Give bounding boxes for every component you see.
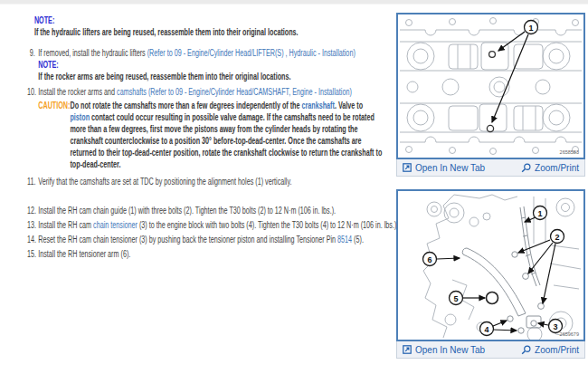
procedure-steps: NOTE: If the hydraulic lifters are being… bbox=[27, 5, 398, 260]
figure-code: 2659679 bbox=[560, 331, 579, 337]
step-number: 12. bbox=[27, 205, 35, 216]
step-text: (5). bbox=[352, 235, 364, 245]
step-text: Reset the RH cam chain tensioner (3) by … bbox=[38, 235, 337, 245]
figure-column: 1 2658583 Open In New Tab Zoom/Print bbox=[396, 13, 585, 371]
callout-4: 4 bbox=[480, 322, 494, 336]
callout-6: 6 bbox=[423, 253, 437, 266]
note-label: NOTE: bbox=[34, 14, 398, 26]
open-in-new-tab-icon bbox=[403, 163, 412, 172]
alignment-holes bbox=[487, 52, 495, 132]
camshaft-refer-link[interactable]: camshafts (Refer to 09 - Engine/Cylinder… bbox=[117, 87, 352, 97]
svg-text:4: 4 bbox=[484, 325, 488, 334]
figure-toolbar: Open In New Tab Zoom/Print bbox=[396, 159, 585, 177]
note-label: NOTE: bbox=[38, 59, 398, 71]
callout-5: 5 bbox=[450, 292, 463, 305]
open-in-new-tab-icon bbox=[403, 345, 412, 354]
open-in-new-tab-link[interactable]: Open In New Tab bbox=[403, 345, 485, 355]
note-text: If the rocker arms are being reused, rea… bbox=[38, 72, 290, 82]
open-in-new-tab-label: Open In New Tab bbox=[415, 345, 485, 355]
caution-block: CAUTION: Do not rotate the camshafts mor… bbox=[38, 100, 398, 170]
step-text: Install the RH cam chain guide (1) with … bbox=[38, 205, 398, 216]
svg-text:2: 2 bbox=[555, 233, 559, 242]
svg-text:5: 5 bbox=[453, 294, 458, 303]
figure-toolbar: Open In New Tab Zoom/Print bbox=[396, 341, 585, 359]
caution-label: CAUTION: bbox=[38, 100, 70, 170]
figure-panel-timing-chain: 1 2 3 4 5 bbox=[396, 189, 585, 359]
step-text: Verify that the camshafts are set at TDC… bbox=[38, 176, 398, 187]
step-text: Install the RH tensioner arm (6). bbox=[38, 248, 398, 260]
note-text: If the hydraulic lifters are being reuse… bbox=[34, 27, 299, 37]
callout-2: 2 bbox=[551, 230, 564, 244]
callout-3-arrow bbox=[538, 323, 548, 325]
svg-text:1: 1 bbox=[537, 209, 542, 218]
timing-chain-diagram: 1 2 3 4 5 bbox=[396, 189, 585, 341]
zoom-print-link[interactable]: Zoom/Print bbox=[521, 345, 579, 355]
caution-segment: Do not rotate the camshafts more than a … bbox=[70, 101, 301, 110]
step-text: (3) to the engine block with two bolts (… bbox=[138, 220, 398, 230]
crankshaft-link[interactable]: crankshaft bbox=[301, 101, 334, 110]
zoom-print-link[interactable]: Zoom/Print bbox=[521, 163, 579, 173]
step-11: 11. Verify that the camshafts are set at… bbox=[27, 176, 398, 187]
step-13: 13. Install the RH cam chain tensioner (… bbox=[27, 219, 398, 231]
zoom-print-label: Zoom/Print bbox=[535, 163, 579, 173]
step-number: 9. bbox=[27, 47, 35, 82]
figure-code: 2658583 bbox=[560, 149, 579, 155]
tensioner-pin-link[interactable]: 8514 bbox=[337, 235, 352, 245]
step-text: Install the RH cam bbox=[38, 220, 93, 230]
lifters-refer-link[interactable]: (Refer to 09 - Engine/Cylinder Head/LIFT… bbox=[147, 48, 356, 58]
figure-panel-camshaft-alignment: 1 2658583 Open In New Tab Zoom/Print bbox=[396, 13, 585, 177]
caution-text: Do not rotate the camshafts more than a … bbox=[70, 100, 384, 170]
magnifier-icon bbox=[521, 345, 531, 355]
step-text: Install the rocker arms and bbox=[38, 87, 117, 97]
callout-4-arrow-b bbox=[493, 330, 517, 331]
step-10: 10. Install the rocker arms and camshaft… bbox=[27, 86, 398, 172]
note-block: NOTE: If the rocker arms are being reuse… bbox=[38, 59, 398, 82]
magnifier-icon bbox=[521, 163, 531, 173]
callout-6-arrow bbox=[437, 258, 460, 259]
step-12: 12. Install the RH cam chain guide (1) w… bbox=[27, 205, 398, 216]
tensioner-pin-hole bbox=[487, 292, 498, 304]
step-number: 10. bbox=[27, 86, 35, 172]
caution-segment: . Valve to bbox=[335, 101, 363, 110]
step-9: 9. If removed, install the hydraulic lif… bbox=[27, 47, 398, 82]
zoom-print-label: Zoom/Print bbox=[535, 345, 579, 355]
camshaft-alignment-diagram: 1 2658583 bbox=[396, 13, 585, 159]
step-15: 15. Install the RH tensioner arm (6). bbox=[27, 248, 398, 260]
step-number: 15. bbox=[27, 248, 35, 260]
step-text: If removed, install the hydraulic lifter… bbox=[38, 48, 147, 58]
chain-tensioner-link[interactable]: chain tensioner bbox=[93, 220, 138, 230]
piston-link[interactable]: piston bbox=[70, 112, 90, 122]
open-in-new-tab-label: Open In New Tab bbox=[415, 163, 485, 173]
callout-4-arrow-a bbox=[493, 321, 507, 326]
timing-chain-svg: 1 2 3 4 5 bbox=[398, 191, 583, 340]
caution-segment: contact could occur resulting in possibl… bbox=[70, 112, 382, 169]
svg-text:1: 1 bbox=[528, 24, 533, 33]
callout-1: 1 bbox=[534, 206, 547, 220]
open-in-new-tab-link[interactable]: Open In New Tab bbox=[403, 163, 485, 173]
callout-1: 1 bbox=[525, 21, 538, 34]
step-14: 14. Reset the RH cam chain tensioner (3)… bbox=[27, 234, 398, 245]
step-number: 14. bbox=[27, 234, 35, 245]
step-number: 11. bbox=[27, 176, 35, 187]
step-number: 13. bbox=[27, 219, 35, 231]
svg-text:3: 3 bbox=[553, 322, 557, 331]
camshaft-alignment-svg: 1 2658583 bbox=[398, 14, 583, 158]
note-block: NOTE: If the hydraulic lifters are being… bbox=[34, 14, 398, 38]
svg-text:6: 6 bbox=[427, 255, 432, 264]
